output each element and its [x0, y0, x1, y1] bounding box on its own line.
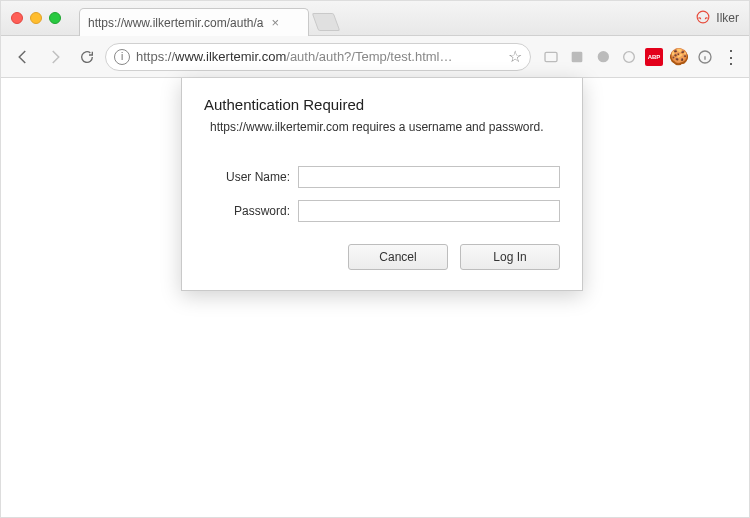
dialog-button-row: Cancel Log In — [204, 244, 560, 270]
cookie-extension-icon[interactable]: 🍪 — [669, 47, 689, 67]
profile-icon — [696, 10, 710, 27]
new-tab-button[interactable] — [312, 13, 341, 31]
profile-name: Ilker — [716, 11, 739, 25]
page-content: Authentication Required https://www.ilke… — [1, 78, 749, 517]
browser-tab[interactable]: https://www.ilkertemir.com/auth/a × — [79, 8, 309, 36]
svg-rect-0 — [545, 52, 557, 61]
window-titlebar: https://www.ilkertemir.com/auth/a × Ilke… — [1, 1, 749, 36]
auth-dialog-title: Authentication Required — [204, 96, 560, 113]
forward-button[interactable] — [41, 43, 69, 71]
back-button[interactable] — [9, 43, 37, 71]
username-row: User Name: — [204, 166, 560, 188]
username-input[interactable] — [298, 166, 560, 188]
adblock-icon[interactable]: ABP — [645, 48, 663, 66]
window-maximize-button[interactable] — [49, 12, 61, 24]
window-minimize-button[interactable] — [30, 12, 42, 24]
extension-icon-4[interactable] — [619, 47, 639, 67]
extension-icons: ABP 🍪 ⋮ — [541, 47, 741, 67]
svg-text:ABP: ABP — [648, 54, 661, 60]
password-row: Password: — [204, 200, 560, 222]
tab-close-icon[interactable]: × — [271, 15, 279, 30]
bookmark-star-icon[interactable]: ☆ — [508, 47, 522, 66]
cancel-button[interactable]: Cancel — [348, 244, 448, 270]
extension-icon-1[interactable] — [541, 47, 561, 67]
info-extension-icon[interactable] — [695, 47, 715, 67]
extension-icon-2[interactable] — [567, 47, 587, 67]
traffic-lights — [11, 12, 61, 24]
svg-point-2 — [624, 51, 635, 62]
profile-area[interactable]: Ilker — [696, 10, 739, 27]
login-button[interactable]: Log In — [460, 244, 560, 270]
username-label: User Name: — [204, 170, 290, 184]
svg-rect-1 — [572, 51, 583, 62]
auth-dialog-message: https://www.ilkertemir.com requires a us… — [210, 119, 560, 136]
address-bar[interactable]: i https://www.ilkertemir.com/auth/auth?/… — [105, 43, 531, 71]
window-close-button[interactable] — [11, 12, 23, 24]
password-label: Password: — [204, 204, 290, 218]
password-input[interactable] — [298, 200, 560, 222]
tab-title: https://www.ilkertemir.com/auth/a — [88, 16, 263, 30]
url-text: https://www.ilkertemir.com/auth/auth?/Te… — [136, 49, 502, 64]
extension-icon-3[interactable] — [593, 47, 613, 67]
reload-button[interactable] — [73, 43, 101, 71]
browser-toolbar: i https://www.ilkertemir.com/auth/auth?/… — [1, 36, 749, 78]
site-info-icon[interactable]: i — [114, 49, 130, 65]
browser-menu-button[interactable]: ⋮ — [721, 47, 741, 67]
auth-dialog: Authentication Required https://www.ilke… — [181, 78, 583, 291]
